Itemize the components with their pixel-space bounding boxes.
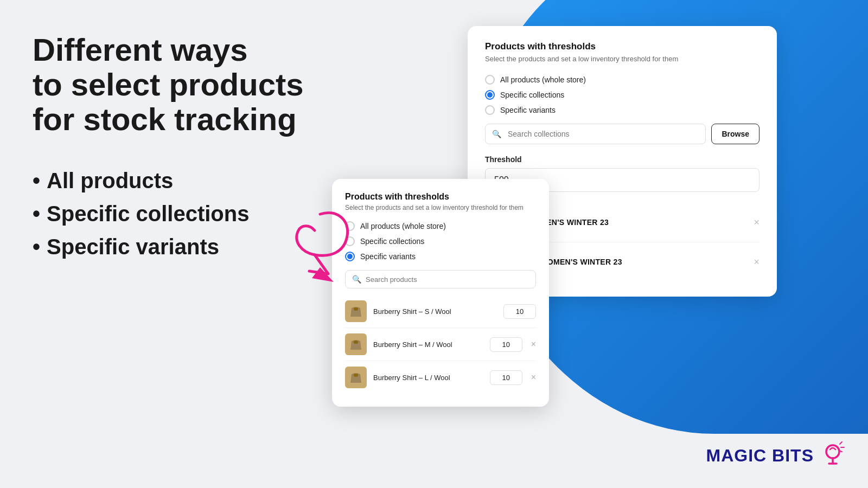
back-radio-label-variants: Specific variants [500,106,556,114]
product-row-3: Burberry Shirt – L / Wool × [345,361,536,394]
product-thumb-2 [345,333,367,355]
front-radio-label-variants: Specific variants [360,252,416,261]
front-card-title: Products with thresholds [345,192,536,202]
front-search-input[interactable] [366,275,529,284]
collection-close-2[interactable]: × [754,256,760,268]
product-close-3[interactable]: × [531,373,536,382]
collection-name-2: YSL - WOMEN'S WINTER 23 [518,258,745,266]
product-row-2: Burberry Shirt – M / Wool × [345,328,536,361]
svg-line-15 [840,442,842,444]
back-radio-label-collections: Specific collections [500,91,564,99]
back-radio-collections[interactable]: Specific collections [485,90,760,100]
product-name-3: Burberry Shirt – L / Wool [373,374,483,382]
front-radio-group: All products (whole store) Specific coll… [345,221,536,261]
product-name-1: Burberry Shirt – S / Wool [373,307,497,316]
svg-point-12 [826,445,839,458]
main-heading: Different ways to select products for st… [33,33,336,136]
back-radio-circle-collections [485,90,495,100]
bullet-all-products: All products [33,169,336,193]
svg-marker-0 [312,267,334,282]
threshold-label: Threshold [485,155,760,164]
brand-icon [819,440,846,472]
back-search-input[interactable] [506,124,705,144]
back-radio-label-all: All products (whole store) [500,75,586,84]
back-card-title: Products with thresholds [485,41,760,52]
front-radio-label-collections: Specific collections [360,237,424,246]
collection-name-1: YSL - MEN'S WINTER 23 [518,218,745,227]
back-search-icon: 🔍 [486,130,501,138]
product-threshold-3[interactable] [490,370,522,385]
back-radio-variants[interactable]: Specific variants [485,105,760,115]
back-radio-circle-variants [485,105,495,115]
arrow-annotation [250,203,358,292]
back-card-subtitle: Select the products and set a low invent… [485,55,760,63]
front-radio-all-products[interactable]: All products (whole store) [345,221,536,231]
product-row-1: Burberry Shirt – S / Wool [345,295,536,328]
collection-close-1[interactable]: × [754,217,760,228]
browse-button[interactable]: Browse [711,124,760,144]
front-radio-label-all: All products (whole store) [360,222,446,230]
search-row: 🔍 Browse [485,124,760,144]
back-radio-group: All products (whole store) Specific coll… [485,75,760,115]
front-card: Products with thresholds Select the prod… [332,179,549,407]
product-threshold-2[interactable] [490,337,522,352]
brand-name: MAGIC BITS [706,446,814,466]
product-thumb-1 [345,300,367,322]
back-search-bar[interactable]: 🔍 [485,124,706,144]
front-radio-collections[interactable]: Specific collections [345,236,536,246]
front-search-bar[interactable]: 🔍 [345,270,536,288]
back-radio-all-products[interactable]: All products (whole store) [485,75,760,85]
product-close-2[interactable]: × [531,339,536,349]
product-thumb-3 [345,367,367,388]
product-threshold-1[interactable] [503,304,536,319]
back-radio-circle-all [485,75,495,85]
brand-logo: MAGIC BITS [706,440,846,472]
front-card-subtitle: Select the products and set a low invent… [345,204,536,211]
front-radio-variants[interactable]: Specific variants [345,252,536,261]
product-name-2: Burberry Shirt – M / Wool [373,341,483,349]
